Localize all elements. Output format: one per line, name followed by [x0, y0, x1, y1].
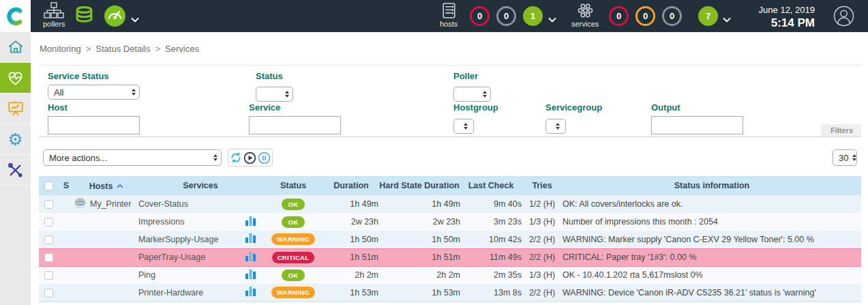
chart-cell — [238, 195, 263, 213]
row-checkbox[interactable] — [44, 271, 53, 280]
graph-icon[interactable] — [245, 254, 256, 263]
sidebar-item-administration[interactable] — [0, 155, 31, 186]
severity-cell — [58, 284, 74, 302]
table-row[interactable]: My_Printer Cover-Status OK 1h 49m 1h 49m… — [39, 195, 861, 213]
sidebar-item-monitoring[interactable] — [0, 63, 31, 93]
gauge-status-icon[interactable] — [104, 5, 126, 30]
centreon-logo[interactable] — [0, 0, 31, 32]
graph-icon[interactable] — [245, 218, 256, 228]
hosts-unreachable-counter[interactable]: 0 — [496, 6, 516, 26]
pollers-tree-icon — [44, 2, 64, 19]
last-check-cell: 11m 49s — [460, 248, 522, 266]
gear-icon: ⚙ — [8, 131, 23, 148]
hosts-down-counter[interactable]: 0 — [470, 6, 490, 26]
home-icon — [7, 38, 25, 56]
heart-pulse-icon — [6, 69, 25, 87]
table-row-critical[interactable]: PaperTray-Usage CRITICAL 1h 51m 1h 51m 1… — [39, 248, 861, 266]
services-unknown-counter[interactable]: 0 — [662, 6, 682, 26]
table-row[interactable]: Impressions OK 2w 23h 2w 23h 3m 23s 1/3 … — [39, 213, 861, 231]
poller-select[interactable] — [453, 87, 491, 102]
services-critical-counter[interactable]: 0 — [609, 6, 629, 26]
service-name[interactable]: MarkerSupply-Usage — [138, 231, 238, 248]
services-chevron-down-icon[interactable] — [723, 13, 731, 25]
table-row[interactable]: MarkerSupply-Usage WARNING 1h 50m 1h 50m… — [39, 231, 861, 248]
duration-cell: 2h 2m — [324, 266, 378, 284]
row-checkbox[interactable] — [44, 235, 53, 244]
play-refresh-button[interactable] — [243, 151, 256, 164]
col-header-tries[interactable]: Tries — [522, 176, 563, 195]
hard-state-cell: 1h 53m — [378, 284, 460, 302]
breadcrumb-monitoring[interactable]: Monitoring — [40, 44, 81, 54]
sidebar-item-reporting[interactable] — [0, 93, 31, 124]
refresh-button[interactable] — [230, 151, 242, 164]
col-header-s: S — [58, 176, 74, 195]
service-name[interactable]: Ping — [138, 266, 238, 284]
table-row[interactable]: Printer-Hardware WARNING 1h 53m 1h 53m 1… — [39, 284, 861, 302]
status-badge: OK — [282, 270, 305, 281]
service-name[interactable]: Cover-Status — [138, 195, 238, 213]
services-menu[interactable]: services — [571, 2, 599, 28]
hosts-menu[interactable]: hosts — [440, 2, 458, 28]
table-row[interactable]: Ping OK 2h 2m 2h 2m 2m 35s 1/3 (H) OK - … — [39, 266, 861, 284]
sidebar-item-configuration[interactable]: ⚙ — [0, 124, 31, 155]
select-all-checkbox[interactable] — [44, 181, 53, 190]
hosts-up-counter[interactable]: 1 — [523, 6, 543, 26]
user-avatar[interactable] — [833, 5, 854, 29]
breadcrumb-status-details[interactable]: Status Details — [95, 44, 150, 54]
status-badge: OK — [282, 216, 305, 228]
output-input[interactable] — [651, 116, 743, 134]
graph-icon[interactable] — [245, 235, 256, 245]
poller-chevron-down-icon[interactable] — [131, 13, 139, 25]
pollers-menu[interactable]: pollers — [43, 2, 65, 28]
breadcrumb: Monitoring>Status Details>Services — [40, 44, 199, 54]
row-checkbox[interactable] — [44, 289, 53, 297]
services-ok-counter[interactable]: 7 — [698, 6, 718, 26]
select-stepper-icon — [852, 154, 856, 161]
service-name[interactable]: PaperTray-Usage — [138, 248, 238, 266]
duration-cell: 1h 49m — [324, 195, 378, 213]
graph-icon[interactable] — [245, 272, 256, 281]
status-information-cell: OK - 10.40.1.202 rta 5,617mslost 0% — [563, 266, 861, 284]
duration-cell: 2w 23h — [324, 213, 378, 231]
col-header-hosts[interactable]: Hosts — [74, 176, 138, 195]
page-size-select[interactable]: 30 — [833, 149, 857, 166]
clock: June 12, 2019 5:14 PM — [759, 5, 815, 30]
servicegroup-select[interactable] — [545, 119, 566, 134]
hostgroup-select[interactable] — [453, 119, 474, 134]
status-information-cell: WARNING: Marker supply 'Canon C-EXV 29 Y… — [563, 231, 861, 248]
host-input[interactable] — [48, 116, 140, 134]
col-header-status[interactable]: Status — [263, 176, 324, 195]
col-header-duration[interactable]: Duration — [324, 176, 378, 195]
col-header-last-check[interactable]: Last Check — [460, 176, 522, 195]
col-header-status-information[interactable]: Status information — [563, 176, 861, 195]
row-checkbox[interactable] — [44, 200, 53, 209]
graph-icon[interactable] — [245, 289, 256, 298]
service-input[interactable] — [249, 116, 341, 134]
hosts-chevron-down-icon[interactable] — [548, 13, 556, 25]
breadcrumb-services[interactable]: Services — [165, 44, 199, 54]
status-select[interactable] — [256, 87, 293, 102]
top-bar: pollers — [0, 0, 868, 32]
service-name[interactable]: Printer-Hardware — [138, 284, 238, 302]
col-header-hard-state[interactable]: Hard State Duration — [378, 176, 460, 195]
current-date: June 12, 2019 — [759, 5, 815, 15]
sidebar-item-home[interactable] — [0, 32, 31, 63]
row-checkbox[interactable] — [44, 218, 53, 227]
pause-refresh-button[interactable] — [258, 151, 271, 164]
host-name[interactable]: My_Printer — [90, 199, 131, 209]
more-actions-select[interactable]: More actions... — [43, 149, 222, 166]
service-name[interactable]: Impressions — [138, 213, 238, 231]
service-label: Service — [249, 102, 341, 113]
servicegroup-label: Servicegroup — [545, 102, 602, 113]
service-status-select[interactable]: All — [48, 85, 140, 100]
current-time: 5:14 PM — [759, 16, 815, 30]
services-warning-counter[interactable]: 0 — [635, 6, 655, 26]
filters-toggle[interactable]: Filters — [821, 124, 861, 136]
row-checkbox[interactable] — [44, 253, 53, 262]
hosts-server-icon — [440, 2, 458, 19]
database-status-icon[interactable] — [74, 5, 95, 29]
host-cell — [74, 248, 138, 266]
col-header-services[interactable]: Services — [138, 176, 263, 195]
host-cell — [74, 266, 138, 284]
status-badge: WARNING — [271, 233, 315, 245]
